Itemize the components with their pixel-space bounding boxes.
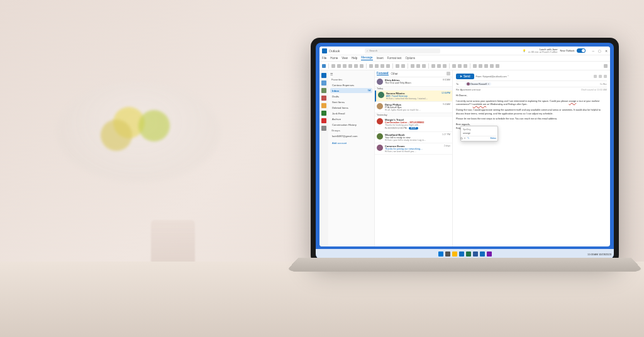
tab-home[interactable]: Home bbox=[330, 57, 338, 60]
rsvp-date: Fri 6/2/2023 12:00 PM bbox=[385, 127, 407, 130]
ribbon-tabs: File Home View Help Message Insert Forma… bbox=[319, 55, 610, 62]
filter-icon[interactable] bbox=[447, 72, 450, 75]
edge-icon[interactable] bbox=[459, 251, 464, 257]
emoji-icon[interactable] bbox=[443, 64, 447, 68]
groups-header[interactable]: Groups bbox=[331, 129, 372, 132]
tab-message[interactable]: Message bbox=[361, 56, 372, 60]
folder-sidebar: ☰ Favorites Contoso Expenses Inbox 14 Dr… bbox=[328, 70, 375, 246]
sidebar-item-inbox[interactable]: Inbox 14 bbox=[330, 88, 372, 93]
tab-options[interactable]: Options bbox=[406, 57, 416, 60]
dictate-icon[interactable] bbox=[473, 64, 477, 68]
styles-icon[interactable] bbox=[401, 64, 405, 68]
sidebar-item-deleted[interactable]: Deleted Items bbox=[330, 105, 372, 110]
message-list: Focused Other Elvia Atkins The One and O… bbox=[375, 70, 453, 246]
more-compose-icon[interactable] bbox=[604, 75, 607, 78]
sidebar-item-contoso[interactable]: Contoso Expenses bbox=[330, 82, 372, 87]
explorer-icon[interactable] bbox=[452, 251, 457, 257]
editor-link[interactable]: Editor bbox=[491, 137, 496, 140]
highlight-icon[interactable] bbox=[354, 64, 358, 68]
tab-format-text[interactable]: Format text bbox=[387, 57, 402, 60]
attach-icon[interactable] bbox=[411, 64, 414, 68]
send-button[interactable]: ➤ Send bbox=[456, 74, 474, 79]
bold-icon[interactable] bbox=[337, 64, 341, 68]
importance-icon[interactable] bbox=[458, 64, 462, 68]
link-icon[interactable] bbox=[416, 64, 420, 68]
add-account-link[interactable]: Add account bbox=[330, 141, 372, 145]
subject-field[interactable]: Re: Apartment unit tour bbox=[456, 89, 480, 91]
message-item[interactable]: Margie's Travel Confirmation Letter – MT… bbox=[375, 117, 452, 132]
word-rail-icon[interactable] bbox=[321, 103, 326, 108]
font-icon[interactable] bbox=[331, 64, 335, 68]
sidebar-account[interactable]: katri0487@gmail.com bbox=[330, 133, 372, 138]
add-dict-icon[interactable]: ＋ bbox=[464, 137, 466, 140]
message-item[interactable]: Cameron Evans Thanks for joining our net… bbox=[375, 143, 452, 155]
sidebar-item-junk[interactable]: Junk Email bbox=[330, 111, 372, 116]
sidebar-item-archive[interactable]: Archive bbox=[330, 116, 372, 121]
recipient-chip[interactable]: Dianne Russell ✕ bbox=[465, 82, 491, 86]
signature-icon[interactable] bbox=[422, 64, 426, 68]
align-icon[interactable] bbox=[396, 64, 399, 68]
message-item[interactable]: Serena Ribeiro ABC Travel Itinerary Hi K… bbox=[375, 91, 452, 102]
cc-bcc-toggle[interactable]: Cc Bcc bbox=[600, 83, 607, 86]
favorites-header[interactable]: Favorites bbox=[331, 78, 372, 81]
todo-rail-icon[interactable] bbox=[321, 96, 326, 101]
tag-icon[interactable] bbox=[464, 64, 467, 68]
remove-chip-icon[interactable]: ✕ bbox=[487, 83, 489, 86]
excel-rail-icon[interactable] bbox=[321, 111, 326, 116]
bullets-icon[interactable] bbox=[369, 64, 373, 68]
message-item[interactable]: Woodland Bank Your bill is ready to view… bbox=[375, 132, 452, 143]
outlook-tb-icon[interactable] bbox=[480, 251, 485, 257]
tab-help[interactable]: Help bbox=[352, 57, 357, 60]
compose-pane: ➤ Send From: Katyreid@outlook.com ˅ bbox=[453, 70, 610, 246]
maximize-button[interactable]: ▢ bbox=[598, 49, 601, 53]
search-input[interactable]: ⌕ Search bbox=[365, 48, 440, 53]
italic-icon[interactable] bbox=[343, 64, 347, 68]
mail-rail-icon[interactable] bbox=[321, 73, 326, 78]
tab-file[interactable]: File bbox=[322, 57, 326, 60]
taskbar-clock[interactable]: 11:03 AM 10/23/2023 bbox=[587, 253, 611, 256]
indent-icon[interactable] bbox=[380, 64, 384, 68]
rsvp-button[interactable]: RSVP bbox=[409, 127, 419, 130]
sidebar-item-history[interactable]: Conversation History bbox=[330, 122, 372, 127]
calendar-rail-icon[interactable] bbox=[321, 80, 326, 86]
people-rail-icon[interactable] bbox=[321, 88, 326, 93]
message-item[interactable]: Daisy Philips PTA kickoff flyer Hi all, … bbox=[375, 102, 452, 113]
picture-icon[interactable] bbox=[437, 64, 441, 68]
paste-icon[interactable] bbox=[322, 64, 326, 68]
new-outlook-toggle[interactable] bbox=[577, 48, 586, 53]
font-color-icon[interactable] bbox=[360, 64, 364, 68]
excel-tb-icon[interactable] bbox=[466, 251, 471, 257]
sidebar-item-sent[interactable]: Sent Items bbox=[330, 99, 372, 104]
discard-icon[interactable] bbox=[594, 75, 597, 78]
editor-icon[interactable] bbox=[479, 64, 482, 68]
flag-icon[interactable] bbox=[452, 64, 456, 68]
close-button[interactable]: ✕ bbox=[605, 49, 608, 53]
hamburger-icon[interactable]: ☰ bbox=[330, 72, 372, 76]
powerpoint-rail-icon[interactable] bbox=[321, 118, 326, 123]
popout-icon[interactable] bbox=[599, 75, 602, 78]
word-tb-icon[interactable] bbox=[473, 251, 478, 257]
more-apps-icon[interactable] bbox=[321, 126, 326, 131]
immersive-icon[interactable] bbox=[484, 64, 488, 68]
minimize-button[interactable]: ─ bbox=[592, 49, 594, 53]
focused-tab[interactable]: Focused bbox=[377, 72, 389, 75]
spelling-suggestion[interactable]: arrange bbox=[462, 131, 496, 135]
underline-icon[interactable] bbox=[348, 64, 352, 68]
tab-insert[interactable]: Insert bbox=[377, 57, 384, 60]
app-rail bbox=[319, 70, 328, 246]
message-item[interactable]: Elvia Atkins The One and Only Moon 8:32A… bbox=[375, 77, 452, 87]
taskview-icon[interactable] bbox=[445, 251, 450, 257]
table-icon[interactable] bbox=[431, 64, 435, 68]
tab-view[interactable]: View bbox=[341, 57, 348, 60]
lightbulb-icon[interactable]: 💡 bbox=[523, 49, 526, 52]
more-icon[interactable] bbox=[604, 64, 608, 68]
outlook-icon bbox=[322, 48, 327, 53]
numbering-icon[interactable] bbox=[375, 64, 379, 68]
addins-icon[interactable] bbox=[496, 64, 499, 68]
teams-tb-icon[interactable] bbox=[487, 251, 492, 257]
zoom-icon[interactable] bbox=[490, 64, 494, 68]
outdent-icon[interactable] bbox=[386, 64, 390, 68]
sidebar-item-drafts[interactable]: Drafts bbox=[330, 94, 372, 99]
start-button[interactable] bbox=[438, 251, 443, 257]
other-tab[interactable]: Other bbox=[391, 72, 398, 75]
